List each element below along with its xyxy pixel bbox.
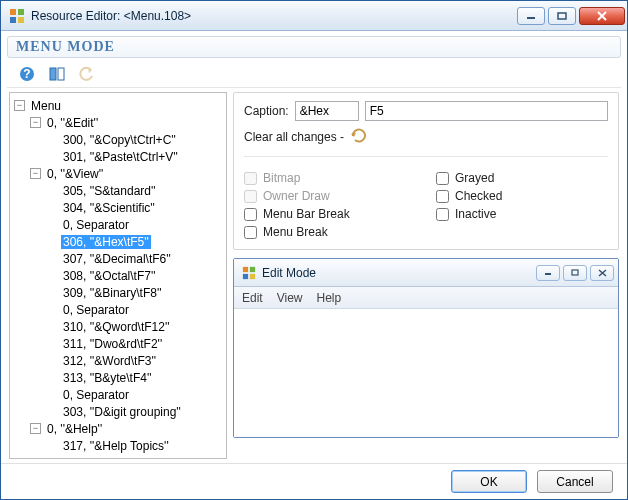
help-icon[interactable]: ? [17,64,37,84]
tree-item-node[interactable]: 309, ''&Binary\tF8'' [46,284,226,301]
svg-rect-3 [18,17,24,23]
tree-item-node[interactable]: 303, ''D&igit grouping'' [46,403,226,420]
properties-pane: Caption: Clear all changes - Bitmap Gray… [233,92,619,459]
tree-group-node[interactable]: −0, ''&Help'' [30,420,226,437]
preview-close-button[interactable] [590,265,614,281]
svg-rect-17 [572,270,578,275]
svg-rect-13 [250,266,255,271]
svg-rect-2 [10,17,16,23]
maximize-button[interactable] [548,7,576,25]
tree-item-node[interactable]: 311, ''Dwo&rd\tF2'' [46,335,226,352]
preview-client-area [234,309,618,437]
preview-titlebar[interactable]: Edit Mode [234,259,618,287]
inactive-checkbox[interactable]: Inactive [436,207,608,221]
tree-item-node[interactable]: 0, Separator [46,216,226,233]
preview-logo-icon [242,266,256,280]
collapse-icon[interactable]: − [30,168,41,179]
svg-rect-11 [58,68,64,80]
tree-item-node[interactable]: 301, ''&Paste\tCtrl+V'' [46,148,226,165]
caption-input[interactable] [295,101,359,121]
preview-window: Edit Mode Edit View Help [233,258,619,438]
preview-maximize-button[interactable] [563,265,587,281]
svg-rect-5 [558,13,566,19]
ok-button[interactable]: OK [451,470,527,493]
menu-break-checkbox[interactable]: Menu Break [244,225,416,239]
tree-item-node[interactable]: 0, Separator [46,301,226,318]
clear-changes-icon[interactable] [350,127,368,146]
window-title: Resource Editor: <Menu.108> [31,9,517,23]
close-button[interactable] [579,7,625,25]
dialog-footer: OK Cancel [1,463,627,499]
menu-tree[interactable]: −Menu−0, ''&Edit''300, ''&Copy\tCtrl+C''… [9,92,227,459]
svg-rect-0 [10,9,16,15]
svg-text:?: ? [23,67,30,81]
preview-title: Edit Mode [262,266,536,280]
tree-item-node[interactable]: 305, ''S&tandard'' [46,182,226,199]
bitmap-checkbox: Bitmap [244,171,416,185]
clear-changes-label: Clear all changes - [244,130,344,144]
tree-item-node[interactable]: 0, Separator [46,454,226,459]
caption-label: Caption: [244,104,289,118]
shortcut-input[interactable] [365,101,608,121]
tree-item-node[interactable]: 317, ''&Help Topics'' [46,437,226,454]
tree-item-node[interactable]: 0, Separator [46,386,226,403]
svg-rect-1 [18,9,24,15]
preview-minimize-button[interactable] [536,265,560,281]
tree-item-node[interactable]: 304, ''&Scientific'' [46,199,226,216]
tree-item-node[interactable]: 308, ''&Octal\tF7'' [46,267,226,284]
preview-menu-help[interactable]: Help [316,291,341,305]
tree-item-node[interactable]: 307, ''&Decimal\tF6'' [46,250,226,267]
menu-bar-break-checkbox[interactable]: Menu Bar Break [244,207,416,221]
titlebar[interactable]: Resource Editor: <Menu.108> [1,1,627,31]
checked-checkbox[interactable]: Checked [436,189,608,203]
owner-draw-checkbox: Owner Draw [244,189,416,203]
svg-rect-14 [243,273,248,278]
tree-group-node[interactable]: −0, ''&View'' [30,165,226,182]
svg-rect-10 [50,68,56,80]
svg-rect-15 [250,273,255,278]
collapse-icon[interactable]: − [30,423,41,434]
grayed-checkbox[interactable]: Grayed [436,171,608,185]
toolbar: ? [7,60,621,88]
main-area: −Menu−0, ''&Edit''300, ''&Copy\tCtrl+C''… [1,88,627,463]
tree-item-node[interactable]: 312, ''&Word\tF3'' [46,352,226,369]
app-logo-icon [9,8,25,24]
tree-root-node[interactable]: −Menu [14,97,226,114]
tree-item-node[interactable]: 306, ''&Hex\tF5'' [46,233,226,250]
window-buttons [517,7,625,25]
tree-item-node[interactable]: 313, ''B&yte\tF4'' [46,369,226,386]
main-window: Resource Editor: <Menu.108> MENU MODE ? … [0,0,628,500]
undo-icon[interactable] [77,64,97,84]
mode-strip: MENU MODE [7,36,621,58]
mode-label: MENU MODE [16,39,115,54]
minimize-button[interactable] [517,7,545,25]
tree-item-node[interactable]: 300, ''&Copy\tCtrl+C'' [46,131,226,148]
preview-menu-view[interactable]: View [277,291,303,305]
cancel-button[interactable]: Cancel [537,470,613,493]
collapse-icon[interactable]: − [30,117,41,128]
preview-menubar: Edit View Help [234,287,618,309]
tree-item-node[interactable]: 310, ''&Qword\tF12'' [46,318,226,335]
tree-group-node[interactable]: −0, ''&Edit'' [30,114,226,131]
panel-toggle-icon[interactable] [47,64,67,84]
preview-menu-edit[interactable]: Edit [242,291,263,305]
collapse-icon[interactable]: − [14,100,25,111]
caption-group: Caption: Clear all changes - Bitmap Gray… [233,92,619,250]
svg-rect-12 [243,266,248,271]
